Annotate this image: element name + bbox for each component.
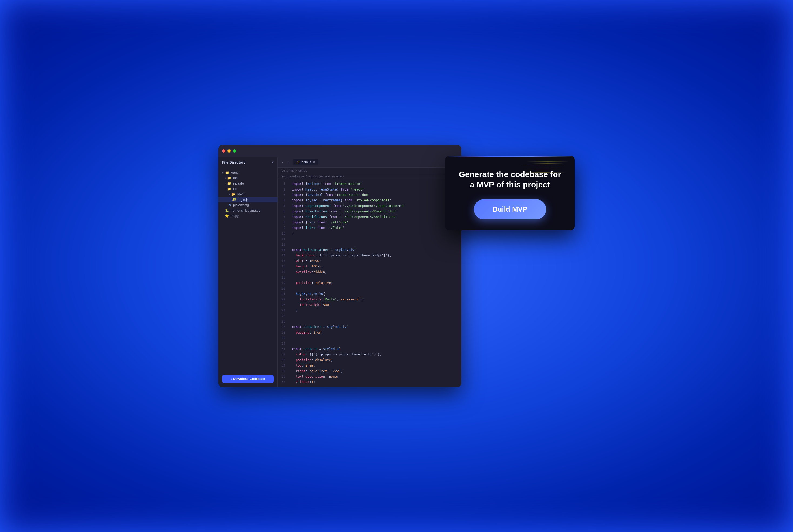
minimize-dot[interactable] [227,149,230,152]
mvp-card: Generate the codebase for a MVP of this … [445,156,575,230]
tree-label-lib23: lib23 [237,192,244,196]
file-tree: ▾ 📁 Venv › 📁 bin › 📁 include [218,168,277,370]
tab-close-icon[interactable]: ✕ [313,160,315,164]
code-line-33: position: absolute; [292,357,458,363]
code-body: 12345 678910 1112131415 1617181920 21222… [278,179,461,387]
code-line-17: overflow:hidden; [292,269,458,275]
code-line-25 [292,314,458,319]
code-line-23: font-weight:500; [292,302,458,308]
code-line-6: import PowerButton from '../subComponent… [292,209,458,214]
tree-label-ml: ml.py [230,214,239,218]
code-line-2: import React, { useState } from 'react' [292,187,458,192]
code-line-19: position: relative; [292,280,458,286]
code-line-26 [292,319,458,324]
tree-label-login-js: login.js [238,198,248,202]
chevron-right-icon: › [225,182,225,185]
code-line-5: import LogoComponent from '../subCompone… [292,203,458,209]
folder-open-icon: 📂 [232,192,236,196]
code-line-31: const Contact = styled.a` [292,346,458,352]
chevron-down-icon: ▾ [228,193,230,196]
tab-next-button[interactable]: › [287,159,291,166]
tree-label-bin: bin [233,176,238,180]
tree-label-venv: Venv [231,171,239,175]
tree-item-lib23[interactable]: ▾ 📂 lib23 [218,192,277,197]
code-line-35: right: calc(1rem + 2vw); [292,368,458,374]
ide-body: File Directory ▾ ▾ 📁 Venv › 📁 bin [218,157,461,387]
code-lines: import { motion } from 'framer-motion' i… [288,179,461,387]
tree-label-lib: lib [233,187,237,191]
code-line-24: } [292,308,458,313]
chevron-right-icon: › [225,188,225,191]
code-line-4: import styled, { keyframes } from 'style… [292,197,458,203]
code-line-14: background: ${'{'}props => props.theme.b… [292,253,458,258]
tree-item-ml[interactable]: ⭐ ml.py [218,213,277,218]
code-line-21: h2,h3,h4,h5,h6{ [292,291,458,297]
tree-item-lib[interactable]: › 📁 lib [218,186,277,192]
tree-label-include: include [233,182,244,186]
editor-breadcrumb: Venv > lib > login.js [278,168,461,174]
code-line-20 [292,286,458,291]
sidebar: File Directory ▾ ▾ 📁 Venv › 📁 bin [218,157,278,387]
code-line-11 [292,236,458,242]
folder-icon: 📁 [225,171,229,175]
tree-item-login-js[interactable]: JS login.js [218,197,277,203]
tree-item-venv[interactable]: ▾ 📁 Venv [218,170,277,175]
cfg-file-icon: ⚙ [228,204,231,207]
code-line-16: height: 100vh; [292,264,458,269]
editor-meta: You, 3 weeks ago | 2 authors (You and on… [278,174,461,179]
folder-icon: 📁 [227,187,231,191]
code-line-30 [292,341,458,346]
tab-login-js[interactable]: JS login.js ✕ [293,159,318,166]
editor-tabs: ‹ › JS login.js ✕ [278,157,461,168]
tab-prev-button[interactable]: ‹ [280,159,285,166]
code-line-8: import { lin } from './AllSvgs' [292,220,458,225]
code-line-1: import { motion } from 'framer-motion' [292,181,458,187]
chevron-down-icon: ▾ [222,171,223,174]
code-line-15: width: 100vw; [292,258,458,264]
code-line-36: text-decoration: none; [292,374,458,379]
tree-item-pyvenv[interactable]: ⚙ pyvenv.cfg [218,203,277,208]
sidebar-collapse-icon[interactable]: ▾ [272,160,274,164]
mlpy-file-icon: ⭐ [225,214,229,218]
chevron-right-icon: › [225,177,225,180]
sidebar-title: File Directory [222,160,245,164]
tree-item-include[interactable]: › 📁 include [218,181,277,186]
code-line-32: color: ${'{'}props => props.theme.text{'… [292,352,458,357]
code-line-12 [292,242,458,247]
mvp-card-title: Generate the codebase for a MVP of this … [456,169,564,189]
tree-item-frontend-logging[interactable]: 🐍 frontend_logging.py [218,208,277,213]
ide-window: File Directory ▾ ▾ 📁 Venv › 📁 bin [218,145,461,387]
main-container: File Directory ▾ ▾ 📁 Venv › 📁 bin [218,145,575,387]
download-codebase-button[interactable]: ↓ Download Codebase [222,375,274,383]
ide-titlebar [218,145,461,157]
code-line-7: import SocialIcons from '../subComponent… [292,214,458,220]
code-line-13: const MainContainer = styled.div` [292,247,458,253]
folder-icon: 📁 [227,176,231,180]
line-numbers: 12345 678910 1112131415 1617181920 21222… [278,179,288,387]
maximize-dot[interactable] [233,149,236,152]
close-dot[interactable] [222,149,225,152]
tree-label-frontend-logging: frontend_logging.py [230,209,260,212]
code-line-29 [292,335,458,341]
code-line-9: import Intro from './Intro' [292,225,458,230]
code-line-28: padding: 2rem; [292,330,458,335]
code-line-37: z-index:1; [292,379,458,385]
js-file-icon: JS [232,198,236,202]
tree-item-bin[interactable]: › 📁 bin [218,175,277,181]
code-line-22: font-family:'Karla', sans-serif ; [292,297,458,302]
sidebar-header: File Directory ▾ [218,157,277,168]
editor-area: ‹ › JS login.js ✕ Venv > lib > login.js … [278,157,461,387]
js-tab-icon: JS [296,160,299,164]
py-file-icon: 🐍 [225,209,229,212]
code-line-34: top: 2rem; [292,363,458,368]
folder-icon: 📁 [227,182,231,186]
build-mvp-button[interactable]: Build MVP [474,199,547,220]
code-line-10: ; [292,231,458,236]
code-line-27: const Container = styled.div` [292,324,458,329]
code-line-3: import { NavLink } from 'react-router-do… [292,192,458,197]
code-line-18 [292,275,458,280]
tab-label-login-js: login.js [301,160,311,164]
tree-label-pyvenv: pyvenv.cfg [233,203,249,207]
